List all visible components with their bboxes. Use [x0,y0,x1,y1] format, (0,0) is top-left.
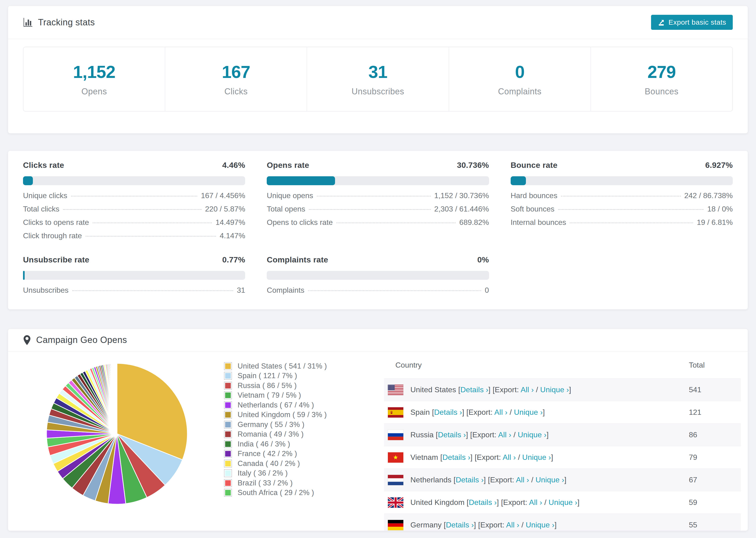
geo-table: Country Total United States [Details ›] … [384,351,741,531]
rate-row-value: 19 / 6.81% [697,218,733,227]
legend-swatch [224,411,232,419]
legend-item-united-states[interactable]: United States ( 541 / 31% ) [224,361,327,371]
progress-bar [23,176,245,185]
legend-swatch [224,430,232,438]
legend-label: Canada ( 40 / 2% ) [238,459,300,468]
page-title: Tracking stats [38,17,95,27]
rate-head: Unsubscribe rate 0.77% [23,255,245,264]
dotted-leader [558,209,703,210]
export-all-link[interactable]: All › [529,498,542,507]
legend-item-united-kingdom[interactable]: United Kingdom ( 59 / 3% ) [224,410,327,420]
rate-section-bounce-rate: Bounce rate 6.927% Hard bounces 242 / 86… [511,161,733,245]
legend-item-spain[interactable]: Spain ( 121 / 7% ) [224,371,327,381]
legend-swatch [224,421,232,429]
export-all-link[interactable]: All › [495,408,508,416]
rate-row-value: 2,303 / 61.446% [434,205,489,213]
legend-item-netherlands[interactable]: Netherlands ( 67 / 4% ) [224,400,327,410]
legend-swatch [224,440,232,448]
rate-row-label: Total opens [267,205,305,213]
legend-swatch [224,382,232,390]
dotted-leader [72,290,233,291]
export-basic-stats-button[interactable]: Export basic stats [651,15,733,30]
dotted-leader [570,223,693,223]
progress-bar [267,271,489,280]
rate-row-total-opens: Total opens 2,303 / 61.446% [267,205,489,218]
rate-row-unique-opens: Unique opens 1,152 / 30.736% [267,191,489,205]
rate-row-label: Soft bounces [511,205,555,213]
rate-row-label: Total clicks [23,205,59,213]
stat-label: Complaints [498,86,541,96]
geo-row-text: Netherlands [Details ›] [Export: All › /… [410,476,567,484]
geo-row-text: Vietnam [Details ›] [Export: All › / Uni… [410,453,553,462]
rate-section-unsubscribe-rate: Unsubscribe rate 0.77% Unsubscribes 31 [23,255,245,299]
legend-item-canada[interactable]: Canada ( 40 / 2% ) [224,459,327,468]
geo-row-russia: Russia [Details ›] [Export: All › / Uniq… [384,423,741,446]
export-all-link[interactable]: All › [520,385,534,394]
export-unique-link[interactable]: Unique › [514,408,543,416]
stat-value: 0 [515,62,524,82]
geo-row-united-states: United States [Details ›] [Export: All ›… [384,378,741,401]
geo-row-total: 86 [689,430,697,439]
rate-value: 4.46% [222,161,245,170]
rate-value: 0.77% [222,255,245,264]
details-link[interactable]: Details › [469,498,497,507]
export-all-link[interactable]: All › [516,476,529,484]
rate-row-unsubscribes: Unsubscribes 31 [23,286,245,299]
rate-row-clicks-to-opens-rate: Clicks to opens rate 14.497% [23,218,245,232]
col-header-total: Total [689,361,705,369]
export-all-link[interactable]: All › [503,453,516,461]
rates-grid: Clicks rate 4.46% Unique clicks 167 / 4.… [23,161,733,299]
geo-table-header: Country Total [384,351,741,378]
rate-row-value: 167 / 4.456% [201,191,245,200]
legend-item-italy[interactable]: Italy ( 36 / 2% ) [224,468,327,478]
export-all-link[interactable]: All › [498,430,512,439]
rate-rows: Complaints 0 [267,286,489,299]
geo-row-vietnam: Vietnam [Details ›] [Export: All › / Uni… [384,446,741,468]
geo-row-total: 541 [689,385,701,394]
export-unique-link[interactable]: Unique › [526,521,555,529]
rate-value: 30.736% [457,161,489,170]
rate-row-value: 14.497% [216,218,245,227]
legend-item-romania[interactable]: Romania ( 49 / 3% ) [224,430,327,439]
legend-item-south-africa[interactable]: South Africa ( 29 / 2% ) [224,488,327,498]
rate-row-label: Unique opens [267,191,313,200]
flag-icon-nl [388,475,404,485]
legend-swatch [224,362,232,370]
export-unique-link[interactable]: Unique › [518,430,547,439]
legend-item-france[interactable]: France ( 42 / 2% ) [224,449,327,459]
details-link[interactable]: Details › [446,521,474,529]
rate-row-soft-bounces: Soft bounces 18 / 0% [511,205,733,218]
rate-head: Clicks rate 4.46% [23,161,245,170]
legend-item-russia[interactable]: Russia ( 86 / 5% ) [224,381,327,391]
stat-label: Bounces [645,86,678,96]
details-link[interactable]: Details › [460,385,488,394]
flag-icon-us [388,385,404,395]
legend-label: Spain ( 121 / 7% ) [238,372,297,380]
progress-bar [267,176,489,185]
geo-row-netherlands: Netherlands [Details ›] [Export: All › /… [384,468,741,491]
legend-item-india[interactable]: India ( 46 / 3% ) [224,439,327,449]
export-unique-link[interactable]: Unique › [549,498,577,507]
export-unique-link[interactable]: Unique › [522,453,551,461]
rate-row-total-clicks: Total clicks 220 / 5.87% [23,205,245,218]
export-all-link[interactable]: All › [506,521,519,529]
pie-slice-other[interactable] [117,363,117,434]
tracking-stats-card: Tracking stats Export basic stats 1,152 … [8,6,748,134]
rate-row-internal-bounces: Internal bounces 19 / 6.81% [511,218,733,232]
stat-label: Unsubscribes [351,86,404,96]
export-unique-link[interactable]: Unique › [540,385,569,394]
geo-content: United States ( 541 / 31% ) Spain ( 121 … [8,351,748,530]
dotted-leader [317,196,431,196]
export-unique-link[interactable]: Unique › [536,476,565,484]
details-link[interactable]: Details › [456,476,484,484]
details-link[interactable]: Details › [442,453,470,461]
legend-item-vietnam[interactable]: Vietnam ( 79 / 5% ) [224,391,327,401]
legend-item-brazil[interactable]: Brazil ( 33 / 2% ) [224,478,327,488]
stat-label: Opens [81,86,107,96]
legend-item-germany[interactable]: Germany ( 55 / 3% ) [224,420,327,430]
pie-legend: United States ( 541 / 31% ) Spain ( 121 … [224,361,327,498]
details-link[interactable]: Details › [434,408,462,416]
tracking-stats-header: Tracking stats Export basic stats [8,6,748,39]
geo-row-total: 67 [689,476,697,484]
details-link[interactable]: Details › [438,430,466,439]
